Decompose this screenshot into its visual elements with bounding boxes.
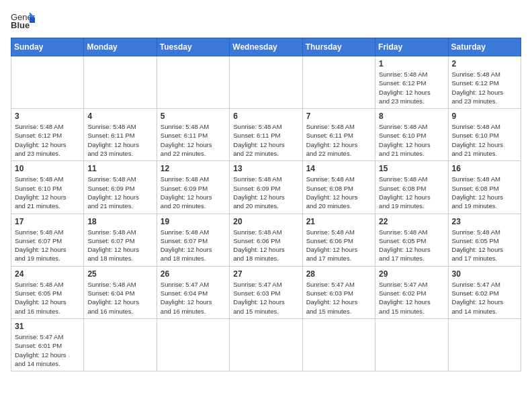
day-cell: 17Sunrise: 5:48 AM Sunset: 6:07 PM Dayli…: [11, 214, 84, 266]
week-row-3: 17Sunrise: 5:48 AM Sunset: 6:07 PM Dayli…: [11, 214, 521, 266]
day-number: 1: [379, 59, 444, 68]
week-row-0: 1Sunrise: 5:48 AM Sunset: 6:12 PM Daylig…: [11, 56, 521, 109]
day-number: 22: [379, 217, 444, 226]
day-cell: 15Sunrise: 5:48 AM Sunset: 6:08 PM Dayli…: [375, 161, 448, 214]
day-number: 24: [15, 269, 80, 279]
svg-marker-3: [30, 17, 35, 23]
day-info: Sunrise: 5:48 AM Sunset: 6:09 PM Dayligh…: [87, 175, 152, 210]
day-cell: 10Sunrise: 5:48 AM Sunset: 6:10 PM Dayli…: [11, 161, 84, 214]
day-number: 21: [306, 217, 371, 226]
day-info: Sunrise: 5:48 AM Sunset: 6:08 PM Dayligh…: [379, 175, 444, 210]
day-cell: 27Sunrise: 5:47 AM Sunset: 6:03 PM Dayli…: [230, 266, 302, 318]
day-cell: 8Sunrise: 5:48 AM Sunset: 6:10 PM Daylig…: [375, 109, 448, 161]
week-row-4: 24Sunrise: 5:48 AM Sunset: 6:05 PM Dayli…: [11, 266, 521, 318]
day-info: Sunrise: 5:48 AM Sunset: 6:05 PM Dayligh…: [452, 228, 517, 263]
day-cell: [230, 56, 302, 109]
day-cell: 13Sunrise: 5:48 AM Sunset: 6:09 PM Dayli…: [230, 161, 302, 214]
day-number: 8: [379, 111, 444, 121]
day-info: Sunrise: 5:47 AM Sunset: 6:04 PM Dayligh…: [161, 280, 226, 316]
day-info: Sunrise: 5:48 AM Sunset: 6:04 PM Dayligh…: [87, 280, 152, 316]
day-cell: [84, 318, 157, 371]
day-cell: 29Sunrise: 5:47 AM Sunset: 6:02 PM Dayli…: [375, 266, 448, 318]
day-number: 11: [87, 164, 152, 173]
day-number: 2: [452, 59, 517, 68]
day-cell: 3Sunrise: 5:48 AM Sunset: 6:12 PM Daylig…: [11, 109, 84, 161]
day-number: 26: [161, 269, 226, 279]
day-info: Sunrise: 5:47 AM Sunset: 6:01 PM Dayligh…: [15, 332, 80, 368]
day-info: Sunrise: 5:48 AM Sunset: 6:11 PM Dayligh…: [233, 122, 298, 158]
day-info: Sunrise: 5:48 AM Sunset: 6:06 PM Dayligh…: [233, 228, 298, 263]
day-cell: 5Sunrise: 5:48 AM Sunset: 6:11 PM Daylig…: [157, 109, 229, 161]
week-row-1: 3Sunrise: 5:48 AM Sunset: 6:12 PM Daylig…: [11, 109, 521, 161]
day-number: 30: [452, 269, 517, 279]
header-tuesday: Tuesday: [157, 38, 229, 56]
day-cell: 18Sunrise: 5:48 AM Sunset: 6:07 PM Dayli…: [84, 214, 157, 266]
day-info: Sunrise: 5:48 AM Sunset: 6:05 PM Dayligh…: [379, 228, 444, 263]
day-info: Sunrise: 5:48 AM Sunset: 6:10 PM Dayligh…: [452, 122, 517, 158]
day-number: 23: [452, 217, 517, 226]
day-info: Sunrise: 5:47 AM Sunset: 6:02 PM Dayligh…: [379, 280, 444, 316]
day-cell: [157, 318, 229, 371]
day-info: Sunrise: 5:48 AM Sunset: 6:07 PM Dayligh…: [15, 228, 80, 263]
day-info: Sunrise: 5:48 AM Sunset: 6:08 PM Dayligh…: [452, 175, 517, 210]
day-cell: [448, 318, 521, 371]
day-info: Sunrise: 5:48 AM Sunset: 6:07 PM Dayligh…: [87, 228, 152, 263]
day-info: Sunrise: 5:48 AM Sunset: 6:06 PM Dayligh…: [306, 228, 371, 263]
day-number: 28: [306, 269, 371, 279]
day-cell: 7Sunrise: 5:48 AM Sunset: 6:11 PM Daylig…: [302, 109, 375, 161]
header-friday: Friday: [375, 38, 448, 56]
page-header: General Blue: [11, 11, 521, 30]
day-cell: [84, 56, 157, 109]
day-cell: 4Sunrise: 5:48 AM Sunset: 6:11 PM Daylig…: [84, 109, 157, 161]
day-cell: 16Sunrise: 5:48 AM Sunset: 6:08 PM Dayli…: [448, 161, 521, 214]
day-cell: 14Sunrise: 5:48 AM Sunset: 6:08 PM Dayli…: [302, 161, 375, 214]
day-number: 20: [233, 217, 298, 226]
logo-icon: General Blue: [11, 11, 35, 30]
day-number: 14: [306, 164, 371, 173]
day-cell: 1Sunrise: 5:48 AM Sunset: 6:12 PM Daylig…: [375, 56, 448, 109]
day-info: Sunrise: 5:48 AM Sunset: 6:12 PM Dayligh…: [379, 70, 444, 105]
day-cell: [230, 318, 302, 371]
day-info: Sunrise: 5:47 AM Sunset: 6:03 PM Dayligh…: [233, 280, 298, 316]
day-info: Sunrise: 5:48 AM Sunset: 6:08 PM Dayligh…: [306, 175, 371, 210]
day-number: 13: [233, 164, 298, 173]
day-info: Sunrise: 5:48 AM Sunset: 6:12 PM Dayligh…: [15, 122, 80, 158]
day-cell: 12Sunrise: 5:48 AM Sunset: 6:09 PM Dayli…: [157, 161, 229, 214]
day-number: 9: [452, 111, 517, 121]
day-number: 19: [161, 217, 226, 226]
day-cell: [11, 56, 84, 109]
day-number: 18: [87, 217, 152, 226]
day-number: 10: [15, 164, 80, 173]
logo: General Blue: [11, 11, 38, 30]
day-cell: 2Sunrise: 5:48 AM Sunset: 6:12 PM Daylig…: [448, 56, 521, 109]
day-number: 15: [379, 164, 444, 173]
day-cell: 19Sunrise: 5:48 AM Sunset: 6:07 PM Dayli…: [157, 214, 229, 266]
header-thursday: Thursday: [302, 38, 375, 56]
header-sunday: Sunday: [11, 38, 84, 56]
day-cell: 9Sunrise: 5:48 AM Sunset: 6:10 PM Daylig…: [448, 109, 521, 161]
day-info: Sunrise: 5:48 AM Sunset: 6:05 PM Dayligh…: [15, 280, 80, 316]
day-cell: [302, 56, 375, 109]
day-number: 6: [233, 111, 298, 121]
svg-text:Blue: Blue: [11, 20, 30, 30]
header-wednesday: Wednesday: [230, 38, 302, 56]
day-number: 7: [306, 111, 371, 121]
day-cell: [302, 318, 375, 371]
day-info: Sunrise: 5:48 AM Sunset: 6:07 PM Dayligh…: [161, 228, 226, 263]
day-cell: 28Sunrise: 5:47 AM Sunset: 6:03 PM Dayli…: [302, 266, 375, 318]
day-number: 5: [161, 111, 226, 121]
day-info: Sunrise: 5:47 AM Sunset: 6:03 PM Dayligh…: [306, 280, 371, 316]
day-info: Sunrise: 5:48 AM Sunset: 6:09 PM Dayligh…: [161, 175, 226, 210]
day-number: 4: [87, 111, 152, 121]
header-monday: Monday: [84, 38, 157, 56]
day-number: 3: [15, 111, 80, 121]
week-row-5: 31Sunrise: 5:47 AM Sunset: 6:01 PM Dayli…: [11, 318, 521, 371]
day-number: 27: [233, 269, 298, 279]
day-number: 31: [15, 322, 80, 331]
day-cell: 21Sunrise: 5:48 AM Sunset: 6:06 PM Dayli…: [302, 214, 375, 266]
day-cell: 24Sunrise: 5:48 AM Sunset: 6:05 PM Dayli…: [11, 266, 84, 318]
day-info: Sunrise: 5:48 AM Sunset: 6:10 PM Dayligh…: [15, 175, 80, 210]
day-cell: 30Sunrise: 5:47 AM Sunset: 6:02 PM Dayli…: [448, 266, 521, 318]
day-cell: 26Sunrise: 5:47 AM Sunset: 6:04 PM Dayli…: [157, 266, 229, 318]
day-cell: [375, 318, 448, 371]
